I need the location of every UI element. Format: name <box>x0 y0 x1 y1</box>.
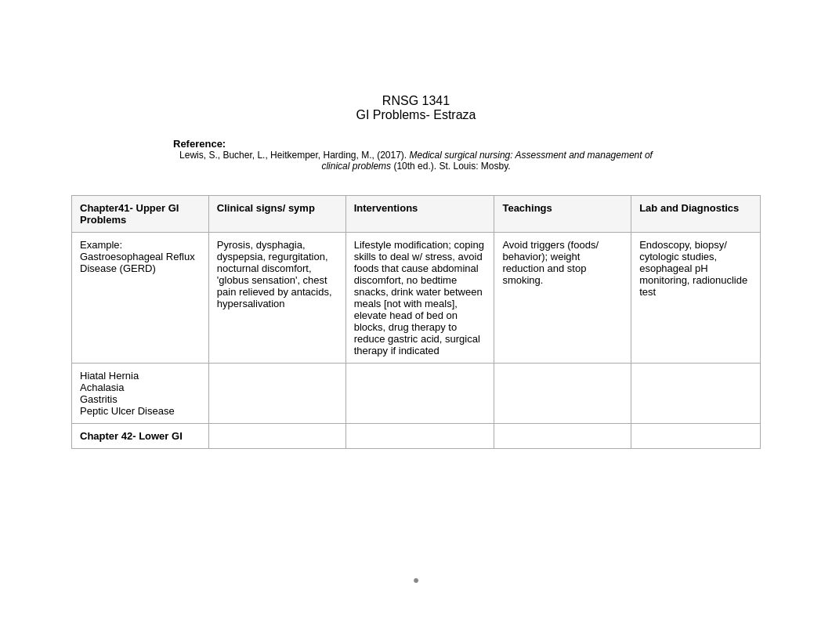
reference-label: Reference: <box>173 138 226 150</box>
cell-clinical-hiatal <box>208 364 345 424</box>
header-title-line2: GI Problems- Estraza <box>356 108 476 122</box>
table-header-row: Chapter41- Upper GI Problems Clinical si… <box>72 196 761 233</box>
header-title-line1: RNSG 1341 <box>356 94 476 108</box>
reference-edition: (10th ed.). St. Louis: Mosby. <box>393 161 510 172</box>
page-header: RNSG 1341 GI Problems- Estraza <box>356 94 476 122</box>
cell-lab-gerd: Endoscopy, biopsy/ cytologic studies, es… <box>631 233 761 364</box>
cell-lab-gerd-text: Endoscopy, biopsy/ cytologic studies, es… <box>639 239 747 298</box>
col-header-interventions: Interventions <box>345 196 494 233</box>
cell-interventions-ch42 <box>345 424 494 449</box>
cell-chapter-hiatal: Hiatal HerniaAchalasiaGastritisPeptic Ul… <box>72 364 209 424</box>
cell-clinical-ch42 <box>208 424 345 449</box>
table-row-hiatal: Hiatal HerniaAchalasiaGastritisPeptic Ul… <box>72 364 761 424</box>
cell-interventions-gerd: Lifestyle modification; coping skills to… <box>345 233 494 364</box>
cell-teachings-gerd: Avoid triggers (foods/ behavior); weight… <box>494 233 631 364</box>
table-row-gerd: Example: Gastroesophageal Reflux Disease… <box>72 233 761 364</box>
col-header-teachings: Teachings <box>494 196 631 233</box>
page-container: RNSG 1341 GI Problems- Estraza Reference… <box>0 0 832 644</box>
list-item: Gastritis <box>80 393 118 405</box>
cell-teachings-gerd-text: Avoid triggers (foods/ behavior); weight… <box>502 239 599 286</box>
cell-clinical-gerd: Pyrosis, dysphagia, dyspepsia, regurgita… <box>208 233 345 364</box>
cell-lab-ch42 <box>631 424 761 449</box>
col-header-clinical: Clinical signs/ symp <box>208 196 345 233</box>
col-header-lab: Lab and Diagnostics <box>631 196 761 233</box>
cell-teachings-hiatal <box>494 364 631 424</box>
cell-clinical-gerd-text: Pyrosis, dysphagia, dyspepsia, regurgita… <box>217 239 332 309</box>
cell-interventions-hiatal <box>345 364 494 424</box>
col-header-lab-label: Lab and Diagnostics <box>639 202 739 214</box>
list-item: Hiatal Hernia <box>80 370 139 382</box>
table-row-ch42: Chapter 42- Lower GI <box>72 424 761 449</box>
cell-chapter-ch42: Chapter 42- Lower GI <box>72 424 209 449</box>
col-header-interventions-label: Interventions <box>354 202 418 214</box>
reference-authors: Lewis, S., Bucher, L., Heitkemper, Hardi… <box>173 150 659 172</box>
col-header-chapter: Chapter41- Upper GI Problems <box>72 196 209 233</box>
cell-teachings-ch42 <box>494 424 631 449</box>
table-wrapper: Chapter41- Upper GI Problems Clinical si… <box>71 195 761 449</box>
reference-block: Reference: Lewis, S., Bucher, L., Heitke… <box>173 138 659 172</box>
list-item: Peptic Ulcer Disease <box>80 405 175 417</box>
cell-chapter-disease: Gastroesophageal Reflux Disease (GERD) <box>80 251 195 274</box>
cell-ch42-label: Chapter 42- Lower GI <box>80 430 183 442</box>
cell-chapter-example: Example: <box>80 239 122 251</box>
cell-chapter-gerd: Example: Gastroesophageal Reflux Disease… <box>72 233 209 364</box>
cell-interventions-gerd-text: Lifestyle modification; coping skills to… <box>354 239 484 356</box>
col-header-clinical-label: Clinical signs/ symp <box>217 202 315 214</box>
list-item: Achalasia <box>80 382 124 393</box>
col-header-chapter-label: Chapter41- Upper GI Problems <box>80 202 179 226</box>
reference-author-text: Lewis, S., Bucher, L., Heitkemper, Hardi… <box>179 150 407 161</box>
col-header-teachings-label: Teachings <box>502 202 552 214</box>
bottom-dot-indicator: • <box>413 570 419 591</box>
main-table: Chapter41- Upper GI Problems Clinical si… <box>71 195 761 449</box>
cell-lab-hiatal <box>631 364 761 424</box>
